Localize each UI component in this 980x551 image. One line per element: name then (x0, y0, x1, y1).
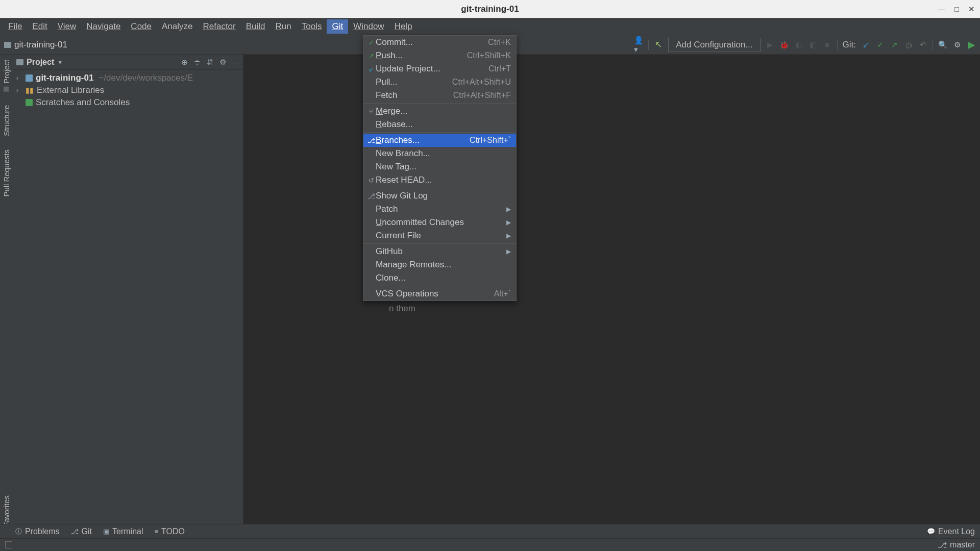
expand-icon[interactable]: ≑ (194, 58, 201, 67)
menu-item-commit[interactable]: ✓ Commit... Ctrl+K (363, 36, 516, 49)
menu-item-fetch[interactable]: Fetch Ctrl+Alt+Shift+F (363, 89, 516, 102)
menu-run[interactable]: Run (271, 19, 297, 34)
folder-icon (16, 59, 23, 65)
menu-item-branches[interactable]: ⎇ Branches... Ctrl+Shift+` (363, 134, 516, 147)
menu-item-push[interactable]: ↗ Push... Ctrl+Shift+K (363, 49, 516, 62)
submenu-arrow-icon: ▶ (506, 232, 511, 239)
add-configuration-button[interactable]: Add Configuration... (668, 38, 760, 52)
menu-item-new-branch[interactable]: New Branch... (363, 147, 516, 160)
project-sidebar: Project ▼ ⊕ ≑ ⇵ ⚙ — › git-training-01 ~/… (13, 55, 243, 538)
toolwindow-git[interactable]: ⎇Git (71, 527, 92, 536)
git-history-icon[interactable]: ◷ (904, 40, 913, 49)
info-icon: ⓘ (15, 527, 22, 536)
separator (933, 40, 933, 50)
reset-icon: ↺ (366, 177, 376, 184)
profile-icon[interactable]: ◧ (808, 40, 818, 49)
menu-item-github[interactable]: GitHub ▶ (363, 245, 516, 258)
menu-item-show-log[interactable]: ⎇ Show Git Log (363, 189, 516, 203)
menu-build[interactable]: Build (241, 19, 271, 34)
collapse-icon[interactable]: ⇵ (207, 58, 213, 67)
menu-item-current-file[interactable]: Current File ▶ (363, 229, 516, 242)
menu-help[interactable]: Help (389, 19, 418, 34)
gutter-tab-project[interactable]: Project (0, 55, 13, 97)
submenu-arrow-icon: ▶ (506, 248, 511, 255)
tree-root[interactable]: › git-training-01 ~/dev/dev/workspaces/E (13, 72, 243, 84)
bottom-toolbar: ⓘProblems ⎇Git ▣Terminal ≡TODO 💬Event Lo… (0, 524, 980, 538)
build-icon[interactable]: ↖ (654, 40, 663, 49)
highlight-icon[interactable]: ▶ (967, 40, 976, 49)
separator (363, 132, 516, 133)
menubar: File Edit View Navigate Code Analyze Ref… (0, 18, 980, 35)
menu-item-update[interactable]: ↙ Update Project... Ctrl+T (363, 62, 516, 76)
run-icon[interactable]: ▶ (766, 40, 775, 49)
separator (363, 188, 516, 188)
menu-item-vcs-operations[interactable]: VCS Operations Alt+` (363, 287, 516, 300)
submenu-arrow-icon: ▶ (506, 219, 511, 226)
submenu-arrow-icon: ▶ (506, 206, 511, 213)
git-commit-icon[interactable]: ✓ (875, 40, 885, 49)
window-title: git-training-01 (461, 4, 519, 14)
toolwindow-todo[interactable]: ≡TODO (155, 527, 185, 536)
locate-icon[interactable]: ⊕ (181, 58, 188, 67)
close-button[interactable]: ✕ (968, 5, 975, 14)
settings-icon[interactable]: ⚙ (219, 58, 226, 67)
project-icon (4, 87, 9, 92)
project-tree: › git-training-01 ~/dev/dev/workspaces/E… (13, 70, 243, 533)
user-icon[interactable]: 👤▾ (634, 40, 643, 49)
menu-item-reset-head[interactable]: ↺ Reset HEAD... (363, 173, 516, 187)
menu-file[interactable]: File (3, 19, 27, 34)
git-rollback-icon[interactable]: ↶ (918, 40, 927, 49)
speech-icon: 💬 (927, 528, 935, 535)
todo-icon: ≡ (155, 528, 159, 535)
editor-area: Double Shift N ome n them (243, 55, 980, 538)
menu-edit[interactable]: Edit (27, 19, 52, 34)
merge-icon: ⑂ (366, 108, 376, 115)
debug-icon[interactable]: 🐞 (780, 40, 789, 49)
menu-item-uncommitted[interactable]: Uncommitted Changes ▶ (363, 216, 516, 229)
settings-icon[interactable]: ⚙ (952, 40, 962, 49)
menu-git[interactable]: Git (327, 19, 348, 34)
toolwindow-terminal[interactable]: ▣Terminal (103, 527, 143, 536)
separator (837, 40, 838, 50)
toolwindows-toggle-icon[interactable] (5, 541, 12, 548)
titlebar: git-training-01 — □ ✕ (0, 0, 980, 18)
sidebar-header: Project ▼ ⊕ ≑ ⇵ ⚙ — (13, 55, 243, 70)
statusbar: ⎇ master (0, 538, 980, 551)
stop-icon[interactable]: ■ (823, 40, 832, 49)
library-icon: ▮▮ (26, 86, 34, 94)
menu-item-rebase[interactable]: Rebase... (363, 118, 516, 131)
menu-window[interactable]: Window (348, 19, 389, 34)
tree-external-libs[interactable]: › ▮▮ External Libraries (13, 84, 243, 96)
menu-code[interactable]: Code (126, 19, 157, 34)
menu-view[interactable]: View (53, 19, 82, 34)
breadcrumb[interactable]: git-training-01 (4, 40, 67, 50)
menu-item-pull[interactable]: Pull... Ctrl+Alt+Shift+U (363, 76, 516, 89)
hide-icon[interactable]: — (232, 58, 240, 67)
branch-icon: ⎇ (71, 528, 79, 535)
git-push-icon[interactable]: ↗ (890, 40, 899, 49)
sidebar-view-selector[interactable]: Project ▼ (16, 58, 63, 67)
toolwindow-problems[interactable]: ⓘProblems (15, 527, 60, 536)
gutter-tab-pullrequests[interactable]: Pull Requests (0, 144, 13, 202)
tree-scratches[interactable]: Scratches and Consoles (13, 96, 243, 109)
menu-refactor[interactable]: Refactor (198, 19, 240, 34)
minimize-button[interactable]: — (938, 5, 945, 14)
menu-item-clone[interactable]: Clone... (363, 271, 516, 285)
menu-item-patch[interactable]: Patch ▶ (363, 203, 516, 216)
search-icon[interactable]: 🔍 (938, 40, 947, 49)
gutter-tab-structure[interactable]: Structure (0, 100, 13, 141)
toolwindow-eventlog[interactable]: 💬Event Log (927, 527, 975, 536)
maximize-button[interactable]: □ (954, 5, 959, 14)
status-branch[interactable]: ⎇ master (938, 540, 975, 550)
menu-analyze[interactable]: Analyze (157, 19, 198, 34)
coverage-icon[interactable]: ◐ (794, 40, 803, 49)
menu-navigate[interactable]: Navigate (81, 19, 126, 34)
left-gutter: Project Structure Pull Requests Favorite… (0, 55, 13, 538)
folder-icon (4, 42, 11, 48)
menu-tools[interactable]: Tools (297, 19, 327, 34)
update-icon: ↙ (366, 65, 376, 73)
git-update-icon[interactable]: ↙ (861, 40, 870, 49)
menu-item-new-tag[interactable]: New Tag... (363, 160, 516, 173)
menu-item-remotes[interactable]: Manage Remotes... (363, 258, 516, 271)
menu-item-merge[interactable]: ⑂ Merge... (363, 105, 516, 118)
